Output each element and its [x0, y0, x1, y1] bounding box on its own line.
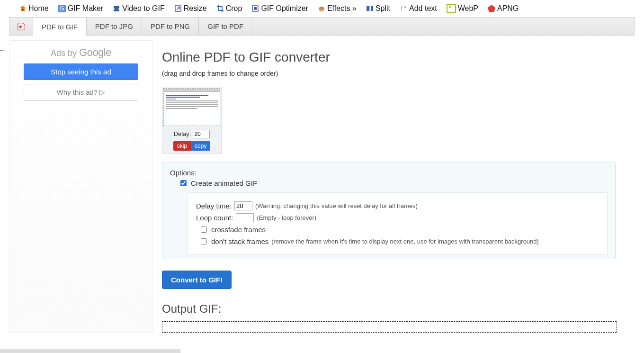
nav-label: Video to GIF: [122, 4, 165, 13]
why-this-ad-button[interactable]: Why this ad? ▷: [24, 84, 138, 101]
create-animated-gif-checkbox[interactable]: [180, 180, 187, 186]
nav-label: APNG: [497, 4, 519, 13]
format-tab-row: PDF to GIF PDF to JPG PDF to PNG GIF to …: [9, 17, 635, 36]
why-this-ad-label: Why this ad? ▷: [57, 88, 106, 96]
nav-split[interactable]: Split: [366, 4, 390, 13]
ads-head-prefix: Ads by: [51, 48, 79, 58]
dont-stack-hint: (remove the frame when it's time to disp…: [271, 238, 539, 245]
crossfade-checkbox[interactable]: [201, 226, 207, 233]
gifmaker-icon: G: [58, 5, 66, 12]
addtext-icon: T: [400, 5, 407, 12]
svg-point-17: [322, 9, 322, 10]
nav-add-text[interactable]: T Add text: [400, 4, 437, 13]
create-animated-gif-label: Create animated GIF: [191, 179, 257, 187]
main-content: Online PDF to GIF converter (drag and dr…: [162, 40, 635, 333]
delay-time-hint: (Warning: changing this value will reset…: [255, 202, 418, 209]
nav-gif-maker[interactable]: G GIF Maker: [58, 4, 104, 13]
output-gif-heading: Output GIF:: [162, 302, 616, 316]
svg-rect-8: [118, 8, 119, 9]
svg-point-14: [320, 8, 321, 9]
nav-gif-optimizer[interactable]: GIF Optimizer: [251, 4, 308, 13]
svg-rect-7: [118, 7, 119, 7]
home-icon: [19, 5, 27, 12]
svg-rect-19: [371, 6, 373, 11]
options-heading: Options:: [170, 169, 608, 177]
output-gif-dropzone[interactable]: [162, 321, 617, 333]
svg-text:T: T: [400, 6, 403, 11]
dont-stack-option[interactable]: don't stack frames (remove the frame whe…: [196, 237, 599, 246]
svg-rect-18: [367, 6, 369, 11]
resize-icon: [174, 5, 182, 12]
options-panel: Options: Create animated GIF Delay time:…: [162, 163, 616, 259]
tab-pdf-to-jpg[interactable]: PDF to JPG: [87, 18, 142, 35]
create-animated-gif-option[interactable]: Create animated GIF: [170, 179, 608, 188]
nav-label: Home: [28, 4, 49, 13]
optimizer-icon: [251, 5, 259, 12]
tab-pdf-to-gif[interactable]: PDF to GIF: [33, 18, 87, 36]
svg-rect-12: [254, 7, 257, 10]
page-title: Online PDF to GIF converter: [162, 50, 616, 65]
page-subtitle: (drag and drop frames to change order): [162, 70, 616, 77]
delay-time-label: Delay time:: [196, 202, 232, 210]
back-arrow-icon[interactable]: ←: [0, 46, 5, 54]
pdf-logo-icon: [10, 18, 33, 35]
svg-rect-4: [114, 7, 115, 7]
nav-label: GIF Optimizer: [261, 4, 308, 13]
tab-pdf-to-png[interactable]: PDF to PNG: [142, 18, 199, 35]
nav-label: Split: [376, 4, 390, 13]
frame-delay-label: Delay:: [174, 130, 191, 137]
frame-thumbnail[interactable]: [163, 88, 220, 126]
loop-count-label: Loop count:: [196, 214, 233, 222]
loop-count-input[interactable]: [236, 213, 254, 222]
svg-point-15: [321, 7, 322, 8]
convert-to-gif-button[interactable]: Convert to GIF!: [162, 271, 232, 289]
svg-rect-0: [22, 9, 24, 11]
animated-gif-suboptions: Delay time: (Warning: changing this valu…: [187, 192, 608, 255]
nav-resize[interactable]: Resize: [174, 4, 207, 13]
nav-apng[interactable]: APNG: [488, 4, 519, 13]
nav-label: GIF Maker: [68, 4, 104, 13]
dont-stack-checkbox[interactable]: [201, 238, 207, 244]
nav-effects[interactable]: Effects »: [318, 4, 357, 13]
nav-label: Crop: [226, 4, 242, 13]
effects-icon: [318, 5, 325, 12]
nav-label: Add text: [409, 4, 437, 13]
svg-rect-5: [114, 8, 115, 9]
svg-rect-6: [114, 9, 115, 10]
dont-stack-label: don't stack frames: [211, 237, 268, 245]
stop-seeing-ad-button[interactable]: Stop seeing this ad: [24, 63, 138, 80]
nav-label: Effects »: [327, 4, 357, 13]
frame-card[interactable]: Delay: skip copy: [162, 87, 222, 154]
delay-time-input[interactable]: [234, 201, 252, 210]
crossfade-label: crossfade frames: [211, 226, 266, 234]
apng-icon: [488, 5, 495, 12]
svg-rect-20: [369, 6, 370, 11]
tab-gif-to-pdf[interactable]: GIF to PDF: [199, 18, 252, 35]
sidebar-ads: ← Ads by Google Stop seeing this ad Why …: [9, 40, 152, 333]
svg-point-16: [322, 8, 323, 9]
frame-delay-input[interactable]: [193, 130, 210, 138]
crossfade-option[interactable]: crossfade frames: [196, 225, 599, 234]
svg-rect-9: [118, 9, 119, 10]
top-nav: Home G GIF Maker Video to GIF Resize Cro…: [0, 0, 644, 17]
nav-label: WebP: [458, 4, 478, 13]
split-icon: [366, 5, 374, 12]
webp-icon: [447, 4, 456, 13]
frame-skip-button[interactable]: skip: [173, 141, 191, 151]
format-tabs: PDF to GIF PDF to JPG PDF to PNG GIF to …: [33, 18, 252, 35]
loop-count-hint: (Empty - loop forever): [257, 214, 316, 221]
video-icon: [113, 5, 120, 12]
nav-home[interactable]: Home: [19, 4, 49, 13]
ads-by-google: Ads by Google: [10, 46, 152, 59]
nav-webp[interactable]: WebP: [447, 4, 478, 13]
google-logo-text: Google: [79, 46, 111, 58]
crop-icon: [216, 5, 224, 12]
nav-crop[interactable]: Crop: [216, 4, 242, 13]
nav-label: Resize: [184, 4, 207, 13]
frame-copy-button[interactable]: copy: [191, 141, 210, 151]
nav-video-to-gif[interactable]: Video to GIF: [113, 4, 165, 13]
